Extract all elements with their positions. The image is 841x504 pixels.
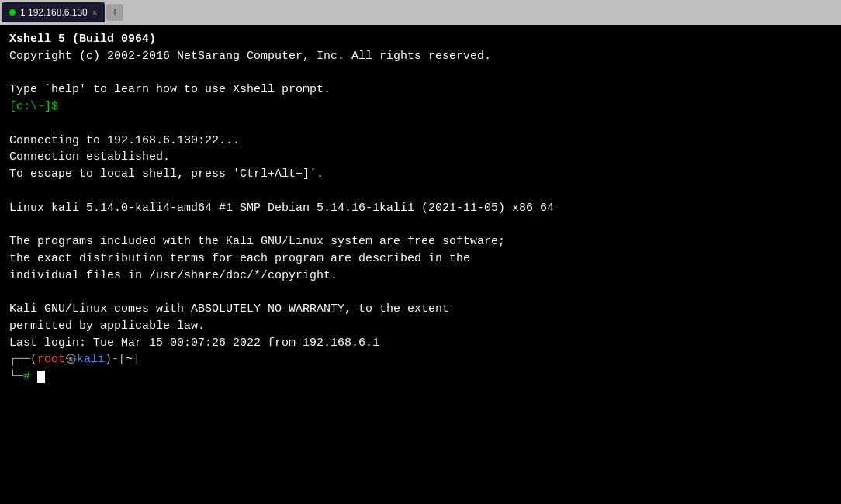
- free-software-line1: The programs included with the Kali GNU/…: [9, 235, 505, 248]
- initial-prompt: [c:\~]$: [9, 100, 58, 113]
- terminal-cursor: [37, 371, 45, 383]
- tab-close-button[interactable]: ×: [92, 8, 97, 17]
- xshell-header-line1: Xshell 5 (Build 0964): [9, 33, 156, 46]
- xshell-header-line2: Copyright (c) 2002-2016 NetSarang Comput…: [9, 50, 491, 63]
- free-software-line2: the exact distribution terms for each pr…: [9, 252, 470, 265]
- warranty-line2: permitted by applicable law.: [9, 319, 205, 333]
- linux-info: Linux kali 5.14.0-kali4-amd64 #1 SMP Deb…: [9, 202, 554, 215]
- warranty-line1: Kali GNU/Linux comes with ABSOLUTELY NO …: [9, 302, 449, 316]
- tab-status-dot: [9, 9, 16, 16]
- tab-session-1[interactable]: 1 192.168.6.130 ×: [2, 2, 105, 22]
- last-login: Last login: Tue Mar 15 00:07:26 2022 fro…: [9, 337, 379, 350]
- tab-bar: 1 192.168.6.130 × +: [0, 0, 841, 25]
- escape-hint: To escape to local shell, press 'Ctrl+Al…: [9, 167, 324, 181]
- prompt-bottom: └─#: [9, 370, 45, 383]
- connection-established: Connection established.: [9, 150, 170, 164]
- xshell-help-line: Type `help' to learn how to use Xshell p…: [9, 83, 331, 96]
- new-tab-button[interactable]: +: [106, 4, 123, 21]
- free-software-line3: individual files in /usr/share/doc/*/cop…: [9, 269, 337, 282]
- terminal-output[interactable]: Xshell 5 (Build 0964) Copyright (c) 2002…: [0, 25, 841, 504]
- tab-label: 1 192.168.6.130: [20, 7, 88, 18]
- prompt-top: ┌──(root㉿kali)-[~]: [9, 353, 140, 366]
- connecting-line: Connecting to 192.168.6.130:22...: [9, 134, 240, 147]
